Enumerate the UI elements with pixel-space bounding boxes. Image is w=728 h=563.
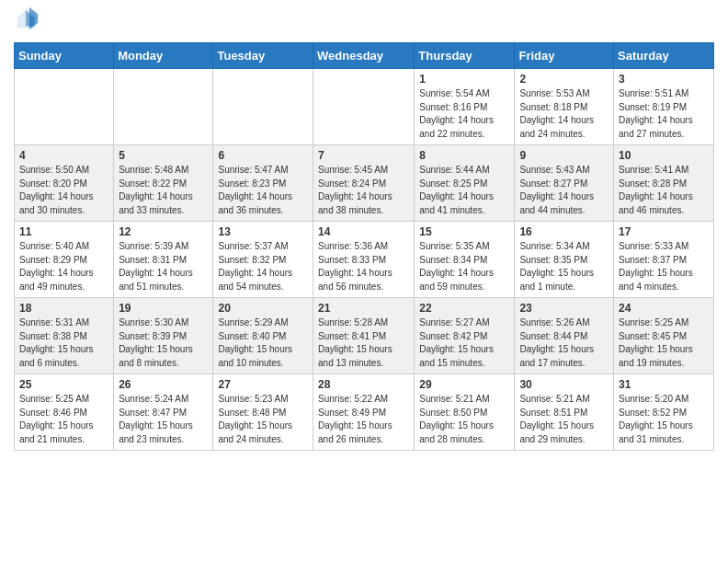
- day-info: Sunrise: 5:21 AMSunset: 8:50 PMDaylight:…: [419, 393, 509, 446]
- calendar-cell: 4Sunrise: 5:50 AMSunset: 8:20 PMDaylight…: [15, 145, 114, 222]
- day-number: 15: [419, 225, 509, 238]
- day-info: Sunrise: 5:20 AMSunset: 8:52 PMDaylight:…: [619, 393, 709, 446]
- calendar-week-row: 18Sunrise: 5:31 AMSunset: 8:38 PMDayligh…: [15, 298, 714, 374]
- calendar-cell: 13Sunrise: 5:37 AMSunset: 8:32 PMDayligh…: [213, 222, 313, 298]
- day-number: 14: [318, 225, 409, 238]
- day-number: 11: [19, 225, 108, 238]
- day-number: 8: [419, 149, 509, 162]
- calendar-cell: 10Sunrise: 5:41 AMSunset: 8:28 PMDayligh…: [614, 145, 714, 222]
- day-number: 30: [519, 378, 609, 391]
- day-info: Sunrise: 5:21 AMSunset: 8:51 PMDaylight:…: [519, 393, 609, 446]
- day-info: Sunrise: 5:26 AMSunset: 8:44 PMDaylight:…: [519, 316, 609, 370]
- day-number: 22: [419, 302, 509, 315]
- calendar-cell: 14Sunrise: 5:36 AMSunset: 8:33 PMDayligh…: [313, 222, 415, 298]
- day-number: 7: [318, 149, 409, 162]
- day-number: 5: [119, 149, 208, 162]
- calendar-header-tuesday: Tuesday: [213, 43, 313, 69]
- day-info: Sunrise: 5:30 AMSunset: 8:39 PMDaylight:…: [119, 316, 208, 370]
- calendar-cell: 15Sunrise: 5:35 AMSunset: 8:34 PMDayligh…: [415, 222, 515, 298]
- calendar-cell: 5Sunrise: 5:48 AMSunset: 8:22 PMDaylight…: [114, 145, 213, 222]
- day-info: Sunrise: 5:35 AMSunset: 8:34 PMDaylight:…: [419, 240, 509, 293]
- calendar-cell: 16Sunrise: 5:34 AMSunset: 8:35 PMDayligh…: [515, 222, 614, 298]
- logo: [14, 9, 41, 35]
- calendar-cell: 25Sunrise: 5:25 AMSunset: 8:46 PMDayligh…: [15, 374, 114, 451]
- day-number: 24: [619, 302, 709, 315]
- day-number: 2: [519, 73, 609, 86]
- calendar-cell: 1Sunrise: 5:54 AMSunset: 8:16 PMDaylight…: [415, 69, 515, 145]
- calendar-cell: 28Sunrise: 5:22 AMSunset: 8:49 PMDayligh…: [313, 374, 415, 451]
- day-number: 31: [619, 378, 709, 391]
- calendar-cell: 26Sunrise: 5:24 AMSunset: 8:47 PMDayligh…: [114, 374, 213, 451]
- day-number: 20: [218, 302, 308, 315]
- calendar-cell: 22Sunrise: 5:27 AMSunset: 8:42 PMDayligh…: [415, 298, 515, 374]
- calendar-cell: 17Sunrise: 5:33 AMSunset: 8:37 PMDayligh…: [614, 222, 714, 298]
- day-number: 6: [218, 149, 308, 162]
- day-info: Sunrise: 5:34 AMSunset: 8:35 PMDaylight:…: [519, 240, 609, 293]
- calendar-cell: 8Sunrise: 5:44 AMSunset: 8:25 PMDaylight…: [415, 145, 515, 222]
- day-info: Sunrise: 5:28 AMSunset: 8:41 PMDaylight:…: [318, 316, 409, 370]
- calendar-cell: [15, 69, 114, 145]
- day-info: Sunrise: 5:39 AMSunset: 8:31 PMDaylight:…: [119, 240, 208, 293]
- day-number: 27: [218, 378, 308, 391]
- calendar-header-sunday: Sunday: [15, 43, 114, 69]
- day-info: Sunrise: 5:44 AMSunset: 8:25 PMDaylight:…: [419, 164, 509, 217]
- calendar-header-row: SundayMondayTuesdayWednesdayThursdayFrid…: [15, 43, 714, 69]
- calendar-cell: 27Sunrise: 5:23 AMSunset: 8:48 PMDayligh…: [213, 374, 313, 451]
- day-info: Sunrise: 5:27 AMSunset: 8:42 PMDaylight:…: [419, 316, 509, 370]
- day-info: Sunrise: 5:47 AMSunset: 8:23 PMDaylight:…: [218, 164, 308, 217]
- calendar-cell: [313, 69, 415, 145]
- calendar-cell: 18Sunrise: 5:31 AMSunset: 8:38 PMDayligh…: [15, 298, 114, 374]
- calendar-cell: 6Sunrise: 5:47 AMSunset: 8:23 PMDaylight…: [213, 145, 313, 222]
- calendar-cell: 24Sunrise: 5:25 AMSunset: 8:45 PMDayligh…: [614, 298, 714, 374]
- day-info: Sunrise: 5:23 AMSunset: 8:48 PMDaylight:…: [218, 393, 308, 446]
- page-header: [14, 9, 714, 35]
- day-number: 16: [519, 225, 609, 238]
- calendar-cell: 30Sunrise: 5:21 AMSunset: 8:51 PMDayligh…: [515, 374, 614, 451]
- day-number: 26: [119, 378, 208, 391]
- day-number: 12: [119, 225, 208, 238]
- day-number: 23: [519, 302, 609, 315]
- day-number: 25: [19, 378, 108, 391]
- day-info: Sunrise: 5:33 AMSunset: 8:37 PMDaylight:…: [619, 240, 709, 293]
- calendar-week-row: 4Sunrise: 5:50 AMSunset: 8:20 PMDaylight…: [15, 145, 714, 222]
- day-info: Sunrise: 5:41 AMSunset: 8:28 PMDaylight:…: [619, 164, 709, 217]
- day-info: Sunrise: 5:25 AMSunset: 8:45 PMDaylight:…: [619, 316, 709, 370]
- day-number: 29: [419, 378, 509, 391]
- calendar-cell: 2Sunrise: 5:53 AMSunset: 8:18 PMDaylight…: [515, 69, 614, 145]
- calendar-header-thursday: Thursday: [415, 43, 515, 69]
- day-info: Sunrise: 5:36 AMSunset: 8:33 PMDaylight:…: [318, 240, 409, 293]
- day-info: Sunrise: 5:25 AMSunset: 8:46 PMDaylight:…: [19, 393, 108, 446]
- calendar-table: SundayMondayTuesdayWednesdayThursdayFrid…: [14, 42, 714, 451]
- day-number: 21: [318, 302, 409, 315]
- day-info: Sunrise: 5:50 AMSunset: 8:20 PMDaylight:…: [19, 164, 108, 217]
- day-info: Sunrise: 5:43 AMSunset: 8:27 PMDaylight:…: [519, 164, 609, 217]
- day-number: 28: [318, 378, 409, 391]
- day-info: Sunrise: 5:40 AMSunset: 8:29 PMDaylight:…: [19, 240, 108, 293]
- calendar-cell: 31Sunrise: 5:20 AMSunset: 8:52 PMDayligh…: [614, 374, 714, 451]
- day-info: Sunrise: 5:54 AMSunset: 8:16 PMDaylight:…: [419, 87, 509, 141]
- day-number: 13: [218, 225, 308, 238]
- calendar-cell: 19Sunrise: 5:30 AMSunset: 8:39 PMDayligh…: [114, 298, 213, 374]
- day-number: 9: [519, 149, 609, 162]
- day-info: Sunrise: 5:51 AMSunset: 8:19 PMDaylight:…: [619, 87, 709, 141]
- calendar-cell: 12Sunrise: 5:39 AMSunset: 8:31 PMDayligh…: [114, 222, 213, 298]
- day-number: 1: [419, 73, 509, 86]
- calendar-cell: 7Sunrise: 5:45 AMSunset: 8:24 PMDaylight…: [313, 145, 415, 222]
- day-info: Sunrise: 5:48 AMSunset: 8:22 PMDaylight:…: [119, 164, 208, 217]
- day-info: Sunrise: 5:24 AMSunset: 8:47 PMDaylight:…: [119, 393, 208, 446]
- calendar-cell: 9Sunrise: 5:43 AMSunset: 8:27 PMDaylight…: [515, 145, 614, 222]
- calendar-cell: 21Sunrise: 5:28 AMSunset: 8:41 PMDayligh…: [313, 298, 415, 374]
- calendar-cell: 20Sunrise: 5:29 AMSunset: 8:40 PMDayligh…: [213, 298, 313, 374]
- calendar-cell: 11Sunrise: 5:40 AMSunset: 8:29 PMDayligh…: [15, 222, 114, 298]
- day-info: Sunrise: 5:31 AMSunset: 8:38 PMDaylight:…: [19, 316, 108, 370]
- calendar-header-wednesday: Wednesday: [313, 43, 415, 69]
- day-number: 19: [119, 302, 208, 315]
- calendar-cell: 23Sunrise: 5:26 AMSunset: 8:44 PMDayligh…: [515, 298, 614, 374]
- calendar-cell: [114, 69, 213, 145]
- day-number: 17: [619, 225, 709, 238]
- calendar-week-row: 1Sunrise: 5:54 AMSunset: 8:16 PMDaylight…: [15, 69, 714, 145]
- calendar-header-monday: Monday: [114, 43, 213, 69]
- day-info: Sunrise: 5:37 AMSunset: 8:32 PMDaylight:…: [218, 240, 308, 293]
- day-info: Sunrise: 5:53 AMSunset: 8:18 PMDaylight:…: [519, 87, 609, 141]
- calendar-header-saturday: Saturday: [614, 43, 714, 69]
